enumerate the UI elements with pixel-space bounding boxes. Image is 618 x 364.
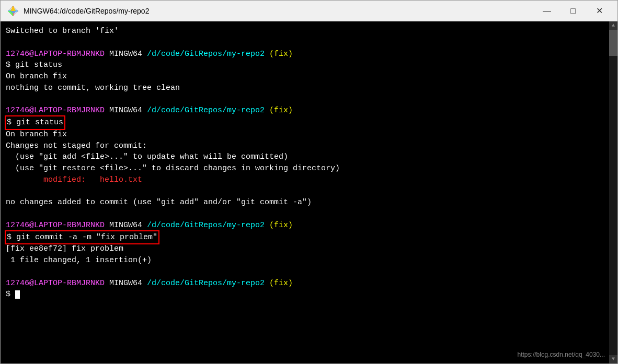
- scrollbar-down-arrow[interactable]: ▼: [609, 355, 617, 363]
- cmd-git-status-1: $ git status: [6, 60, 603, 71]
- prompt-line-1: 12746@LAPTOP-RBMJRNKD MINGW64 /d/code/Gi…: [6, 49, 603, 60]
- line-modified: modified: hello.txt: [6, 174, 603, 186]
- maximize-button[interactable]: □: [561, 3, 585, 19]
- terminal-window: MINGW64:/d/code/GitRepos/my-repo2 — □ ✕ …: [0, 0, 618, 364]
- close-button[interactable]: ✕: [587, 3, 611, 19]
- line-blank-1: [6, 37, 603, 49]
- prompt-line-3: 12746@LAPTOP-RBMJRNKD MINGW64 /d/code/Gi…: [6, 220, 603, 231]
- line-blank-4: [6, 208, 603, 220]
- scrollbar-up-arrow[interactable]: ▲: [609, 21, 617, 30]
- line-file-changed: 1 file changed, 1 insertion(+): [6, 255, 603, 266]
- line-on-branch-2: On branch fix: [6, 129, 603, 140]
- line-changes-not-staged: Changes not staged for commit:: [6, 140, 603, 152]
- minimize-button[interactable]: —: [535, 3, 559, 19]
- prompt-line-2: 12746@LAPTOP-RBMJRNKD MINGW64 /d/code/Gi…: [6, 105, 603, 116]
- cmd-git-commit: $ git commit -a -m "fix problem": [6, 231, 603, 244]
- line-on-branch-1: On branch fix: [6, 71, 603, 83]
- line-no-changes: no changes added to commit (use "git add…: [6, 197, 603, 208]
- terminal-body[interactable]: Switched to branch 'fix' 12746@LAPTOP-RB…: [1, 21, 617, 363]
- title-bar: MINGW64:/d/code/GitRepos/my-repo2 — □ ✕: [1, 1, 617, 21]
- cmd-git-status-2: $ git status: [6, 116, 603, 129]
- line-blank-5: [6, 266, 603, 278]
- app-icon: [7, 5, 19, 17]
- line-commit-result: [fix ee8ef72] fix problem: [6, 243, 603, 255]
- scrollbar[interactable]: ▲ ▼: [609, 21, 617, 363]
- prompt-line-4: 12746@LAPTOP-RBMJRNKD MINGW64 /d/code/Gi…: [6, 278, 603, 289]
- line-use-git-add: (use "git add <file>..." to update what …: [6, 151, 603, 163]
- line-switched: Switched to branch 'fix': [6, 26, 603, 37]
- window-controls: — □ ✕: [535, 3, 611, 19]
- scrollbar-thumb[interactable]: [609, 30, 617, 56]
- svg-marker-3: [10, 6, 16, 11]
- line-blank-3: [6, 186, 603, 197]
- watermark: https://blog.csdn.net/qq_4030...: [518, 350, 605, 359]
- final-prompt-line: $: [6, 289, 603, 300]
- window-title: MINGW64:/d/code/GitRepos/my-repo2: [24, 7, 535, 15]
- line-blank-2: [6, 94, 603, 105]
- line-use-git-restore: (use "git restore <file>..." to discard …: [6, 163, 603, 174]
- line-nothing-commit: nothing to commit, working tree clean: [6, 83, 603, 94]
